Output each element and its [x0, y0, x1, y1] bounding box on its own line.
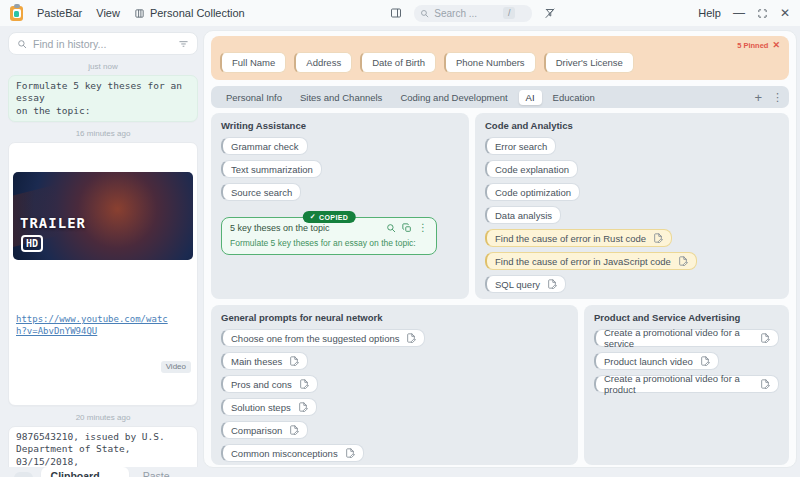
pinned-item[interactable]: Date of Birth: [360, 52, 436, 73]
panel-writing-assistance: Writing Assistance Grammar checkText sum…: [211, 113, 469, 299]
search-icon: [420, 9, 429, 18]
prompt-item[interactable]: Code explanation: [485, 160, 578, 178]
titlebar: PasteBar View Personal Collection / Help…: [0, 0, 800, 26]
panel-general-prompts: General prompts for neural network Choos…: [211, 305, 578, 465]
copied-clip-title: 5 key theses on the topic: [230, 223, 380, 233]
copy-icon[interactable]: [402, 223, 412, 233]
prompt-label: Source search: [231, 187, 292, 198]
global-search[interactable]: /: [414, 5, 532, 22]
panel-product-advertising: Product and Service Advertising Create a…: [584, 305, 789, 465]
video-badge: Video: [161, 361, 191, 373]
close-pinned-icon[interactable]: ✕: [772, 40, 780, 50]
tab-menu-icon[interactable]: ⋮: [772, 92, 783, 103]
time-group-label: 20 minutes ago: [8, 413, 198, 422]
copied-clip-body: Formulate 5 key theses for an essay on t…: [230, 238, 428, 248]
prompt-label: Common misconceptions: [231, 448, 338, 459]
menu-view[interactable]: View: [96, 7, 120, 19]
collection-selector[interactable]: Personal Collection: [134, 7, 245, 19]
maximize-icon[interactable]: [757, 8, 768, 19]
prompt-item[interactable]: Main theses: [221, 352, 308, 370]
clip-video[interactable]: TRAILER HD https://www.youtube.com/watch…: [8, 142, 198, 406]
prompt-item[interactable]: Pros and cons: [221, 375, 318, 393]
prompt-label: Grammar check: [231, 141, 299, 152]
clipboard-history-sidebar: just now Formulate 5 key theses for an e…: [8, 32, 198, 467]
sidebar-footer: Clipboard History Paste Menu: [8, 467, 198, 477]
pinned-item[interactable]: Phone Numbers: [444, 52, 536, 73]
prompt-item[interactable]: Error search: [485, 137, 556, 155]
search-input[interactable]: [434, 8, 498, 19]
add-tab-button[interactable]: +: [754, 91, 762, 104]
file-pen-icon[interactable]: [700, 356, 710, 366]
prompt-label: Create a promotional video for a product: [604, 373, 753, 395]
check-icon: ✓: [310, 213, 316, 221]
more-options-icon[interactable]: ⋮: [418, 223, 428, 233]
prompt-item[interactable]: Create a promotional video for a service: [594, 329, 779, 347]
find-in-history[interactable]: [8, 32, 198, 55]
prompt-label: Choose one from the suggested options: [231, 333, 399, 344]
video-link[interactable]: https://www.youtube.com/watch?v=AbvDnYW9…: [16, 313, 172, 337]
tab-ai[interactable]: AI: [519, 90, 542, 105]
time-group-label: 16 minutes ago: [8, 129, 198, 138]
board-tabs: Personal InfoSites and ChannelsCoding an…: [211, 86, 789, 108]
prompt-item[interactable]: Find the cause of error in Rust code: [485, 229, 672, 247]
find-input[interactable]: [33, 38, 172, 50]
prompt-item[interactable]: Find the cause of error in JavaScript co…: [485, 252, 697, 270]
pinned-item[interactable]: Address: [294, 52, 352, 73]
tab-sites-and-channels[interactable]: Sites and Channels: [291, 90, 391, 105]
file-pen-icon[interactable]: [406, 333, 416, 343]
prompt-item[interactable]: Product launch video: [594, 352, 719, 370]
file-pen-icon[interactable]: [760, 333, 770, 343]
file-pen-icon[interactable]: [289, 356, 299, 366]
tab-coding-and-development[interactable]: Coding and Development: [391, 90, 516, 105]
prompt-item[interactable]: Text summarization: [221, 160, 322, 178]
file-pen-icon[interactable]: [547, 279, 557, 289]
panel-toggle-icon[interactable]: [390, 7, 402, 19]
prompt-label: Code explanation: [495, 164, 569, 175]
tab-paste-menu[interactable]: Paste Menu: [137, 467, 192, 477]
prompt-label: Find the cause of error in Rust code: [495, 233, 646, 244]
prompt-label: Data analysis: [495, 210, 552, 221]
panel-title: General prompts for neural network: [221, 312, 568, 323]
file-pen-icon[interactable]: [678, 256, 688, 266]
close-button[interactable]: ✕: [780, 7, 790, 19]
tab-clipboard-history[interactable]: Clipboard History: [41, 467, 129, 477]
prompt-item[interactable]: Data analysis: [485, 206, 561, 224]
prompt-item[interactable]: Comparison: [221, 421, 308, 439]
file-pen-icon[interactable]: [298, 402, 308, 412]
file-pen-icon[interactable]: [760, 379, 770, 389]
file-pen-icon[interactable]: [653, 233, 663, 243]
file-pen-icon[interactable]: [345, 448, 355, 458]
prompt-label: Product launch video: [604, 356, 693, 367]
prompt-item[interactable]: Grammar check: [221, 137, 308, 155]
search-icon[interactable]: [386, 223, 396, 233]
clip-essay[interactable]: Formulate 5 key theses for an essay on t…: [8, 75, 198, 122]
clear-filter-icon[interactable]: [544, 7, 556, 19]
file-pen-icon[interactable]: [299, 379, 309, 389]
prompt-label: Create a promotional video for a service: [604, 327, 753, 349]
prompt-label: Solution steps: [231, 402, 291, 413]
prompt-item[interactable]: Create a promotional video for a product: [594, 375, 779, 393]
clipboard-list-icon[interactable]: [14, 472, 33, 477]
prompt-item[interactable]: Solution steps: [221, 398, 317, 416]
pinned-count-label: 5 Pinned: [737, 41, 768, 50]
filter-icon[interactable]: [178, 38, 189, 49]
minimize-button[interactable]: —: [733, 7, 745, 19]
prompt-item[interactable]: Choose one from the suggested options: [221, 329, 425, 347]
tabs-list: Personal InfoSites and ChannelsCoding an…: [217, 90, 604, 105]
video-thumbnail[interactable]: TRAILER HD: [13, 172, 193, 260]
pinned-item[interactable]: Full Name: [220, 52, 286, 73]
app-name: PasteBar: [37, 7, 82, 19]
file-pen-icon[interactable]: [289, 425, 299, 435]
tab-personal-info[interactable]: Personal Info: [217, 90, 291, 105]
prompt-item[interactable]: Common misconceptions: [221, 444, 364, 462]
tab-education[interactable]: Education: [544, 90, 604, 105]
help-button[interactable]: Help: [698, 7, 721, 19]
pinned-item[interactable]: Driver's License: [544, 52, 634, 73]
prompt-item[interactable]: SQL query: [485, 275, 566, 293]
prompt-label: Main theses: [231, 356, 282, 367]
prompt-item[interactable]: Code optimization: [485, 183, 580, 201]
prompt-item[interactable]: Source search: [221, 183, 301, 201]
prompt-label: Code optimization: [495, 187, 571, 198]
copied-clip-card[interactable]: ✓ COPIED 5 key theses on the topic ⋮ For…: [221, 217, 437, 255]
pinned-section: 5 Pinned ✕ Full NameAddressDate of Birth…: [211, 36, 789, 80]
